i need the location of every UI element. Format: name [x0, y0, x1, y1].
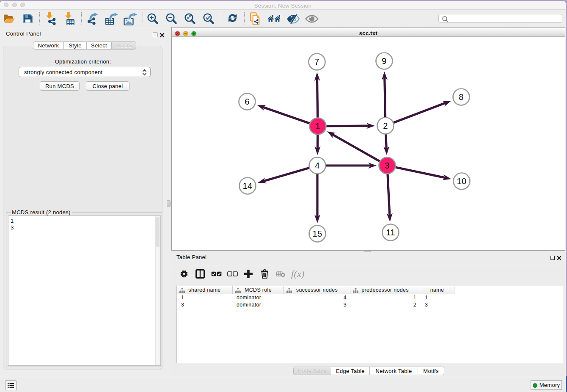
svg-text:10: 10	[457, 177, 467, 186]
svg-text:8: 8	[459, 92, 463, 102]
svg-text:6: 6	[245, 97, 249, 106]
svg-text:11: 11	[386, 228, 395, 237]
svg-text:14: 14	[243, 181, 253, 190]
svg-text:9: 9	[382, 56, 386, 66]
svg-text:2: 2	[383, 121, 388, 130]
svg-text:3: 3	[385, 161, 389, 170]
svg-text:15: 15	[313, 229, 322, 238]
svg-text:1: 1	[315, 121, 320, 131]
svg-text:7: 7	[314, 57, 319, 66]
svg-text:4: 4	[315, 161, 319, 170]
